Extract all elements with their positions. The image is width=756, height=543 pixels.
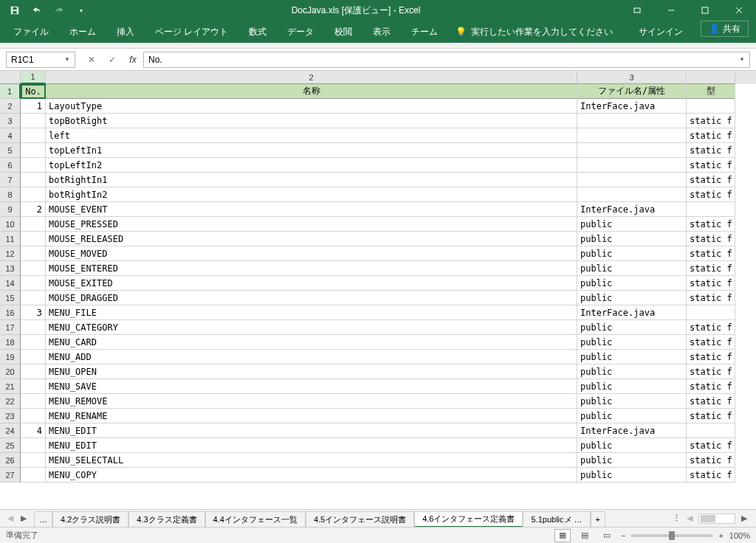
cell[interactable]: LayoutType <box>46 99 577 114</box>
cell[interactable]: public <box>577 320 687 335</box>
column-header[interactable] <box>687 71 735 84</box>
cell[interactable]: MENU_EDIT <box>46 423 577 438</box>
tab-team[interactable]: チーム <box>401 21 448 43</box>
cell[interactable]: static f <box>687 364 735 379</box>
row-header[interactable]: 11 <box>0 232 21 246</box>
chevron-down-icon[interactable]: ▼ <box>64 56 70 63</box>
cell[interactable] <box>21 114 46 128</box>
row-header[interactable]: 7 <box>0 173 21 187</box>
row-header[interactable]: 17 <box>0 320 21 335</box>
tab-file[interactable]: ファイル <box>0 21 59 43</box>
row-header[interactable]: 18 <box>0 335 21 350</box>
enter-icon[interactable]: ✓ <box>102 52 123 68</box>
formula-input[interactable]: No. ▼ <box>143 52 750 68</box>
cell[interactable]: static f <box>687 276 735 291</box>
cell[interactable]: ファイル名/属性 <box>577 84 687 99</box>
cell[interactable]: static f <box>687 350 735 364</box>
row-header[interactable]: 2 <box>0 99 21 114</box>
cell[interactable] <box>577 128 687 143</box>
row-header[interactable]: 23 <box>0 409 21 423</box>
cell[interactable] <box>21 217 46 232</box>
row-header[interactable]: 20 <box>0 364 21 379</box>
cell[interactable]: public <box>577 379 687 394</box>
zoom-out-icon[interactable]: − <box>621 531 625 540</box>
fx-icon[interactable]: fx <box>123 52 143 68</box>
cell[interactable] <box>21 364 46 379</box>
cell[interactable]: static f <box>687 320 735 335</box>
cell[interactable]: No. <box>21 84 46 99</box>
cell[interactable]: 1 <box>21 99 46 114</box>
qat-customize-icon[interactable]: ▾ <box>71 1 92 19</box>
row-header[interactable]: 5 <box>0 143 21 158</box>
cell[interactable]: MOUSE_MOVED <box>46 246 577 261</box>
sheet-tab[interactable]: 4.5インタフェース説明書 <box>306 511 414 528</box>
cell[interactable]: topLeftIn1 <box>46 143 577 158</box>
cell[interactable]: MOUSE_ENTERED <box>46 261 577 276</box>
row-header[interactable]: 16 <box>0 305 21 320</box>
cell[interactable]: MOUSE_DRAGGED <box>46 291 577 305</box>
hscroll-left-icon[interactable]: ◀ <box>684 513 695 525</box>
cell[interactable]: InterFace.java <box>577 423 687 438</box>
cell[interactable] <box>21 394 46 409</box>
cell[interactable]: MENU_COPY <box>46 468 577 483</box>
cell[interactable]: static f <box>687 217 735 232</box>
sheet-tab[interactable]: 4.2クラス説明書 <box>52 511 128 528</box>
row-header[interactable]: 26 <box>0 453 21 468</box>
sheet-tab[interactable]: 4.4インタフェース一覧 <box>205 511 306 528</box>
redo-icon[interactable] <box>49 1 69 19</box>
cell[interactable] <box>21 246 46 261</box>
cell[interactable]: public <box>577 468 687 483</box>
cell[interactable]: topLeftIn2 <box>46 158 577 173</box>
cell[interactable]: static f <box>687 173 735 187</box>
cell[interactable]: 名称 <box>46 84 577 99</box>
tab-insert[interactable]: 挿入 <box>106 21 145 43</box>
select-all-corner[interactable] <box>0 71 21 84</box>
row-header[interactable]: 15 <box>0 291 21 305</box>
cell[interactable] <box>21 350 46 364</box>
cell[interactable]: public <box>577 438 687 453</box>
normal-view-icon[interactable]: ▦ <box>554 529 571 542</box>
sheet-tab[interactable]: 4.3クラス定義書 <box>128 511 205 528</box>
cell[interactable]: botRightIn1 <box>46 173 577 187</box>
hscroll-right-icon[interactable]: ▶ <box>738 513 750 525</box>
row-header[interactable]: 19 <box>0 350 21 364</box>
zoom-in-icon[interactable]: + <box>718 531 723 540</box>
cell[interactable]: public <box>577 232 687 246</box>
cell[interactable]: MENU_REMOVE <box>46 394 577 409</box>
row-header[interactable]: 8 <box>0 187 21 202</box>
zoom-level[interactable]: 100% <box>729 531 750 540</box>
row-header[interactable]: 14 <box>0 276 21 291</box>
sheet-tab[interactable]: 5.1publicメ … <box>523 511 590 528</box>
cell[interactable]: botRightIn2 <box>46 187 577 202</box>
cell[interactable] <box>687 305 735 320</box>
cell[interactable]: MENU_FILE <box>46 305 577 320</box>
cell[interactable]: public <box>577 409 687 423</box>
cell[interactable] <box>21 173 46 187</box>
cell[interactable]: public <box>577 364 687 379</box>
cell[interactable]: MENU_RENAME <box>46 409 577 423</box>
cell[interactable]: public <box>577 217 687 232</box>
cell[interactable]: 4 <box>21 423 46 438</box>
cell[interactable]: public <box>577 453 687 468</box>
cell[interactable]: static f <box>687 468 735 483</box>
cell[interactable]: static f <box>687 246 735 261</box>
cell[interactable]: static f <box>687 128 735 143</box>
cell[interactable]: MENU_OPEN <box>46 364 577 379</box>
row-header[interactable]: 10 <box>0 217 21 232</box>
cell[interactable]: static f <box>687 291 735 305</box>
row-header[interactable]: 24 <box>0 423 21 438</box>
tab-review[interactable]: 校閲 <box>324 21 362 43</box>
minimize-icon[interactable] <box>654 0 688 21</box>
cell[interactable]: InterFace.java <box>577 305 687 320</box>
tab-home[interactable]: ホーム <box>59 21 106 43</box>
add-sheet-button[interactable]: + <box>591 511 605 528</box>
cell[interactable]: 2 <box>21 202 46 217</box>
maximize-icon[interactable] <box>688 0 722 21</box>
cell[interactable] <box>577 158 687 173</box>
cell[interactable] <box>687 202 735 217</box>
page-break-view-icon[interactable]: ▭ <box>599 529 615 542</box>
cell[interactable]: InterFace.java <box>577 202 687 217</box>
tab-view[interactable]: 表示 <box>362 21 401 43</box>
cell[interactable]: MOUSE_PRESSED <box>46 217 577 232</box>
cell[interactable]: static f <box>687 335 735 350</box>
